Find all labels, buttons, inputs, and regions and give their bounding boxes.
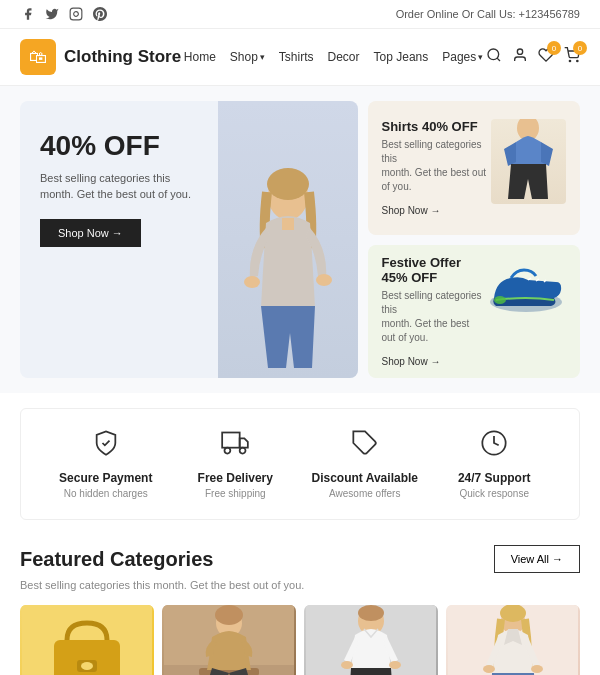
- card1-link[interactable]: Shop Now →: [382, 205, 441, 216]
- featured-title-text: Featured Categories: [20, 548, 213, 571]
- svg-rect-15: [222, 433, 240, 448]
- hero-card-shoes: Festive Offer 45% OFF Best selling categ…: [368, 245, 581, 379]
- pinterest-icon[interactable]: [92, 6, 108, 22]
- feature-delivery-title: Free Delivery: [171, 471, 301, 485]
- feature-free-delivery: Free Delivery Free shipping: [171, 429, 301, 499]
- man-shirt-svg: [496, 119, 561, 204]
- card2-link[interactable]: Shop Now →: [382, 356, 441, 367]
- svg-point-11: [316, 274, 332, 286]
- hero-card-shirts: Shirts 40% OFF Best selling categories t…: [368, 101, 581, 235]
- shoe-svg: [486, 260, 566, 320]
- card2-title: Festive Offer 45% OFF: [382, 255, 483, 285]
- bag-svg: [20, 605, 154, 675]
- cart-button[interactable]: 0: [564, 47, 580, 67]
- svg-point-2: [488, 49, 499, 60]
- woman-jacket-svg: [446, 605, 580, 675]
- svg-point-36: [358, 605, 384, 621]
- tag-icon: [300, 429, 430, 463]
- card1-image: [491, 119, 566, 204]
- main-nav: Home Shop ▾ Tshirts Decor Top Jeans Page…: [184, 50, 483, 64]
- shop-chevron: ▾: [260, 52, 265, 62]
- nav-home[interactable]: Home: [184, 50, 216, 64]
- wishlist-button[interactable]: 0: [538, 47, 554, 67]
- twitter-icon[interactable]: [44, 6, 60, 22]
- hero-model-svg: [228, 168, 348, 378]
- woman-sitting-svg: [162, 605, 296, 675]
- wishlist-badge: 0: [547, 41, 561, 55]
- hero-model-area: [218, 101, 358, 378]
- social-icons: [20, 6, 108, 22]
- feature-secure-sub: No hidden charges: [41, 488, 171, 499]
- cart-badge: 0: [573, 41, 587, 55]
- svg-rect-0: [70, 8, 82, 20]
- phone-text: Order Online Or Call Us: +123456789: [396, 8, 580, 20]
- featured-title: Featured Categories: [20, 548, 213, 571]
- feature-discount-sub: Awesome offers: [300, 488, 430, 499]
- nav-icons: 0 0: [486, 47, 580, 67]
- facebook-icon[interactable]: [20, 6, 36, 22]
- svg-point-18: [240, 448, 246, 454]
- nav-tshirts[interactable]: Tshirts: [279, 50, 314, 64]
- feature-discount: Discount Available Awesome offers: [300, 429, 430, 499]
- nav-shop[interactable]: Shop ▾: [230, 50, 265, 64]
- featured-categories-section: Featured Categories View All → Best sell…: [0, 535, 600, 675]
- feature-secure-payment: Secure Payment No hidden charges: [41, 429, 171, 499]
- account-button[interactable]: [512, 47, 528, 67]
- card1-title: Shirts 40% OFF: [382, 119, 488, 134]
- card2-image: [486, 255, 566, 325]
- nav-pages[interactable]: Pages ▾: [442, 50, 483, 64]
- category-jackets[interactable]: [446, 605, 580, 675]
- clock-icon: [430, 429, 560, 463]
- feature-secure-title: Secure Payment: [41, 471, 171, 485]
- shield-icon: [41, 429, 171, 463]
- hero-side-cards: Shirts 40% OFF Best selling categories t…: [368, 101, 581, 378]
- svg-point-43: [531, 665, 543, 673]
- truck-icon: [171, 429, 301, 463]
- feature-support-sub: Quick response: [430, 488, 560, 499]
- category-women[interactable]: [162, 605, 296, 675]
- logo: 🛍 Clothing Store: [20, 39, 181, 75]
- feature-delivery-sub: Free shipping: [171, 488, 301, 499]
- svg-rect-9: [282, 218, 294, 230]
- svg-point-14: [494, 296, 506, 304]
- header: 🛍 Clothing Store Home Shop ▾ Tshirts Dec…: [0, 29, 600, 86]
- svg-point-8: [267, 168, 309, 200]
- logo-text: Clothing Store: [64, 47, 181, 67]
- featured-subtitle: Best selling categories this month. Get …: [20, 579, 580, 591]
- nav-topjeans[interactable]: Top Jeans: [374, 50, 429, 64]
- svg-point-17: [225, 448, 231, 454]
- card2-subtitle: Best selling categories thismonth. Get t…: [382, 289, 483, 345]
- features-section: Secure Payment No hidden charges Free De…: [20, 408, 580, 520]
- card1-subtitle: Best selling categories thismonth. Get t…: [382, 138, 488, 194]
- featured-header: Featured Categories View All →: [20, 545, 580, 573]
- feature-discount-title: Discount Available: [300, 471, 430, 485]
- svg-point-10: [244, 276, 260, 288]
- hero-shop-button[interactable]: Shop Now →: [40, 219, 141, 247]
- svg-point-42: [483, 665, 495, 673]
- svg-point-37: [341, 661, 353, 669]
- search-button[interactable]: [486, 47, 502, 67]
- svg-line-3: [497, 58, 500, 61]
- svg-point-38: [389, 661, 401, 669]
- feature-support-title: 24/7 Support: [430, 471, 560, 485]
- categories-grid: [20, 605, 580, 675]
- svg-point-25: [81, 662, 93, 670]
- hero-section: 40% OFF Best selling categories thismont…: [0, 86, 600, 393]
- category-bags[interactable]: [20, 605, 154, 675]
- feature-support: 24/7 Support Quick response: [430, 429, 560, 499]
- svg-point-33: [215, 605, 243, 625]
- instagram-icon[interactable]: [68, 6, 84, 22]
- view-all-button[interactable]: View All →: [494, 545, 580, 573]
- svg-point-6: [577, 60, 578, 61]
- logo-icon: 🛍: [20, 39, 56, 75]
- top-bar: Order Online Or Call Us: +123456789: [0, 0, 600, 29]
- svg-marker-16: [240, 438, 248, 447]
- nav-decor[interactable]: Decor: [328, 50, 360, 64]
- svg-point-5: [569, 60, 570, 61]
- svg-point-4: [517, 49, 522, 54]
- category-men[interactable]: [304, 605, 438, 675]
- hero-main: 40% OFF Best selling categories thismont…: [20, 101, 358, 378]
- pages-chevron: ▾: [478, 52, 483, 62]
- man-standing-svg: [304, 605, 438, 675]
